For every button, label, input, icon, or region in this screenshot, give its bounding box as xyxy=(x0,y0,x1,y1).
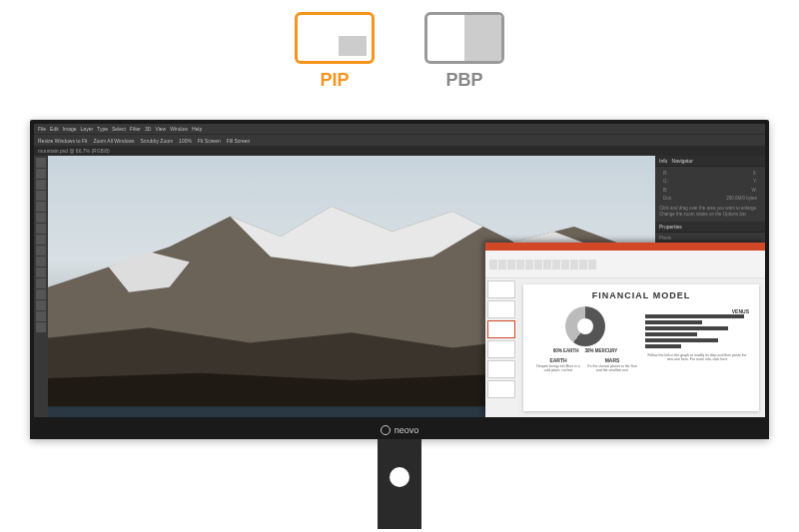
cable-hole-icon xyxy=(390,467,409,487)
bars-text: Follow the link in the graph to modify i… xyxy=(645,353,749,361)
properties-panel-tab[interactable]: Properties xyxy=(655,222,765,233)
col-heading: EARTH xyxy=(533,357,583,363)
eraser-tool-icon[interactable] xyxy=(36,246,46,256)
opt-scrubby[interactable]: Scrubby Zoom xyxy=(141,138,174,144)
opt-fill[interactable]: Fill Screen xyxy=(227,138,251,144)
donut-left-label: 60% EARTH xyxy=(553,348,579,353)
info-hint: Click and drag over the area you want to… xyxy=(659,206,761,219)
photoshop-options-bar: Resize Windows to Fit Zoom All Windows S… xyxy=(34,134,765,146)
menu-filter[interactable]: Filter xyxy=(130,126,141,132)
slide-editor-area: FINANCIAL MODEL 60% EARTH 30% MERCURY EA… xyxy=(517,278,765,417)
slide-content: 60% EARTH 30% MERCURY EARTH Despite bein… xyxy=(533,306,749,405)
marquee-tool-icon[interactable] xyxy=(36,169,46,179)
zoom-tool-icon[interactable] xyxy=(36,311,46,321)
current-slide[interactable]: FINANCIAL MODEL 60% EARTH 30% MERCURY EA… xyxy=(523,284,759,411)
wand-tool-icon[interactable] xyxy=(36,191,46,201)
doc-size-label: Doc: xyxy=(663,196,672,202)
opt-fit[interactable]: Fit Screen xyxy=(198,138,221,144)
brush-tool-icon[interactable] xyxy=(36,224,46,234)
stand-neck xyxy=(378,439,421,529)
slide-thumb[interactable] xyxy=(487,320,515,338)
monitor-bezel-logo: neovo xyxy=(30,421,769,439)
pip-label: PIP xyxy=(320,70,349,91)
doc-tab[interactable]: mountain.psd @ 66.7% (RGB/8) xyxy=(38,148,110,154)
menu-view[interactable]: View xyxy=(155,126,166,132)
opt-100[interactable]: 100% xyxy=(179,138,192,144)
horizontal-bar-chart xyxy=(645,314,749,348)
doc-size-value: 200.0M/0 bytes xyxy=(726,196,757,202)
ribbon-newslide-icon[interactable] xyxy=(516,260,524,269)
shape-tool-icon[interactable] xyxy=(36,289,46,299)
display-mode-selector: PIP PBP xyxy=(0,0,799,91)
slide-thumb[interactable] xyxy=(487,340,515,358)
move-tool-icon[interactable] xyxy=(36,158,46,168)
photoshop-menubar: File Edit Image Layer Type Select Filter… xyxy=(34,124,765,134)
slide-title: FINANCIAL MODEL xyxy=(533,290,749,300)
pen-tool-icon[interactable] xyxy=(36,267,46,277)
col-heading: MARS xyxy=(587,357,637,363)
properties-pixels-label: Pixels xyxy=(659,236,761,242)
eyedropper-tool-icon[interactable] xyxy=(36,213,46,223)
powerpoint-ribbon xyxy=(485,251,765,278)
brand-name: neovo xyxy=(395,425,419,435)
pbp-icon xyxy=(424,12,504,64)
mode-option-pbp[interactable]: PBP xyxy=(424,12,504,91)
menu-edit[interactable]: Edit xyxy=(50,126,59,132)
type-tool-icon[interactable] xyxy=(36,278,46,288)
menu-help[interactable]: Help xyxy=(192,126,202,132)
donut-chart-block: 60% EARTH 30% MERCURY EARTH Despite bein… xyxy=(533,306,637,405)
powerpoint-body: FINANCIAL MODEL 60% EARTH 30% MERCURY EA… xyxy=(485,278,765,417)
ribbon-layout-icon[interactable] xyxy=(525,260,533,269)
brand-mark-icon xyxy=(381,425,391,435)
ribbon-align-icon[interactable] xyxy=(561,260,569,269)
ribbon-bold-icon[interactable] xyxy=(543,260,551,269)
menu-layer[interactable]: Layer xyxy=(81,126,94,132)
clone-tool-icon[interactable] xyxy=(36,235,46,245)
menu-window[interactable]: Window xyxy=(170,126,188,132)
pip-icon xyxy=(295,12,375,64)
col-text: It's the closest planet to the Sun and t… xyxy=(587,364,637,372)
slide-thumb[interactable] xyxy=(487,280,515,298)
ribbon-copy-icon[interactable] xyxy=(507,260,515,269)
ribbon-paste-icon[interactable] xyxy=(489,260,497,269)
monitor-stand xyxy=(378,439,421,529)
donut-right-label: 30% MERCURY xyxy=(584,348,617,353)
menu-3d[interactable]: 3D xyxy=(145,126,151,132)
slide-thumb[interactable] xyxy=(487,300,515,318)
slide-thumb[interactable] xyxy=(487,380,515,398)
fg-bg-color-icon[interactable] xyxy=(36,322,46,332)
info-panel-body: R:X: G:Y: B:W: Doc: 200.0M/0 bytes Click… xyxy=(655,167,765,222)
lasso-tool-icon[interactable] xyxy=(36,180,46,190)
menu-type[interactable]: Type xyxy=(97,126,108,132)
pbp-label: PBP xyxy=(445,70,482,91)
powerpoint-titlebar[interactable] xyxy=(485,243,765,251)
monitor-frame: File Edit Image Layer Type Select Filter… xyxy=(30,120,769,439)
slide-thumbnail-panel xyxy=(485,278,517,417)
menu-image[interactable]: Image xyxy=(63,126,77,132)
ribbon-font-icon[interactable] xyxy=(534,260,542,269)
ribbon-shapes-icon[interactable] xyxy=(570,260,578,269)
bar-chart-block: VENUS Follow the link in the graph to mo… xyxy=(645,306,749,405)
crop-tool-icon[interactable] xyxy=(36,202,46,212)
ribbon-arrange-icon[interactable] xyxy=(579,260,587,269)
ribbon-find-icon[interactable] xyxy=(588,260,596,269)
mode-option-pip[interactable]: PIP xyxy=(295,12,375,91)
ribbon-cut-icon[interactable] xyxy=(498,260,506,269)
opt-zoomall[interactable]: Zoom All Windows xyxy=(93,138,134,144)
info-panel-tab[interactable]: Info Navigator xyxy=(655,156,765,167)
hand-tool-icon[interactable] xyxy=(36,300,46,310)
ribbon-italic-icon[interactable] xyxy=(552,260,560,269)
slide-thumb[interactable] xyxy=(487,360,515,378)
menu-file[interactable]: File xyxy=(38,126,46,132)
photoshop-document-tabs: mountain.psd @ 66.7% (RGB/8) xyxy=(34,146,765,156)
opt-resize[interactable]: Resize Windows to Fit xyxy=(38,138,87,144)
pip-overlay-window: FINANCIAL MODEL 60% EARTH 30% MERCURY EA… xyxy=(485,243,765,417)
photoshop-tools-panel xyxy=(34,156,48,417)
donut-chart-icon xyxy=(565,306,605,346)
gradient-tool-icon[interactable] xyxy=(36,257,46,266)
col-text: Despite being red, Mars is a cold place,… xyxy=(533,364,583,372)
menu-select[interactable]: Select xyxy=(112,126,126,132)
